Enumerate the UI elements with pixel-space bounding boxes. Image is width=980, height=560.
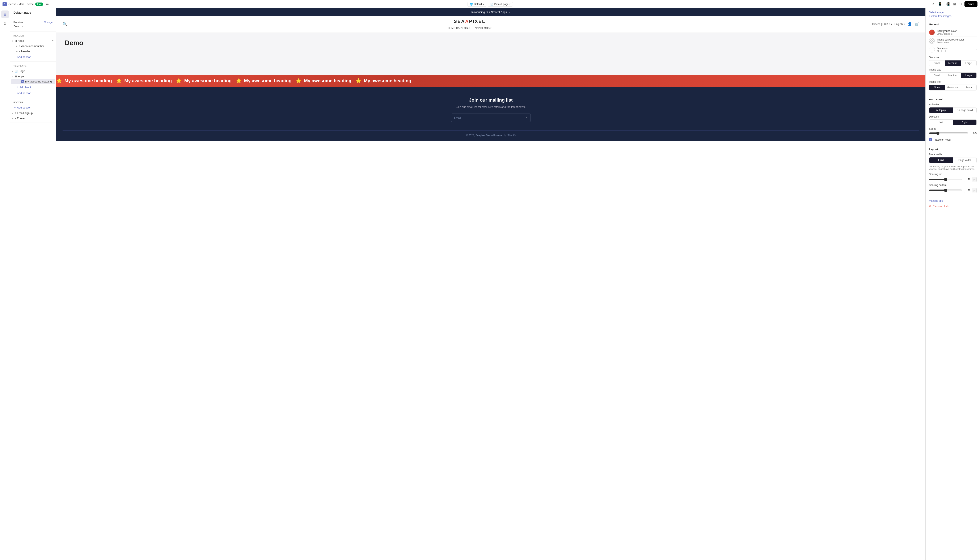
image-filter-grayscale[interactable]: Grayscale: [945, 85, 961, 90]
default-button[interactable]: 🌐 Default ▾: [468, 2, 486, 7]
sidebar-icon-theme[interactable]: ⚙: [1, 20, 9, 27]
image-bg-swatch[interactable]: [929, 38, 935, 44]
grid-icon[interactable]: ⊞: [952, 1, 957, 7]
marquee-item-2: ⭐ My awesome heading: [116, 78, 172, 83]
image-size-small[interactable]: Small: [929, 73, 945, 78]
animation-autoplay[interactable]: Autoplay: [929, 107, 953, 113]
search-icon-site[interactable]: 🔍: [63, 22, 67, 27]
chevron-lang-icon: ▾: [903, 23, 905, 26]
image-size-medium[interactable]: Medium: [945, 73, 961, 78]
chevron-icon-6: ▶: [12, 112, 13, 114]
direction-left[interactable]: Left: [929, 120, 953, 125]
star-icon-1: ⭐: [56, 78, 62, 83]
device-mobile-icon[interactable]: 📲: [945, 1, 951, 7]
spacing-top-value[interactable]: [964, 177, 972, 182]
image-size-label: Image size: [929, 68, 977, 71]
speed-slider[interactable]: [929, 132, 968, 135]
email-submit-button[interactable]: →: [521, 114, 530, 122]
sidebar-icon-apps[interactable]: ⊞: [1, 29, 9, 37]
tree-item-header[interactable]: ▶ ≡ Header: [10, 49, 56, 54]
select-image-link[interactable]: Select image: [929, 11, 977, 14]
animation-label: Animation: [929, 103, 977, 106]
image-size-section: Image size Small Medium Large: [929, 68, 977, 78]
tree-item-announcement[interactable]: ▶ ≡ Announcement bar: [10, 43, 56, 49]
header-center: SEAAPIXEL DEMO CATALOGUE APP DEMOS ▾: [448, 19, 492, 30]
default-page-button[interactable]: 📄 Default page ▾: [488, 2, 513, 7]
text-size-large[interactable]: Large: [961, 60, 977, 66]
language-selector[interactable]: English ▾: [895, 23, 905, 26]
background-color-swatch[interactable]: [929, 29, 935, 35]
undo-icon[interactable]: ↺: [958, 1, 963, 7]
sidebar-icon-sections[interactable]: ☰: [1, 10, 9, 18]
locale-selector[interactable]: Greece | EUR € ▾: [872, 23, 892, 26]
explore-link[interactable]: Explore free images: [929, 15, 952, 18]
direction-right[interactable]: Right: [953, 120, 977, 125]
tree-item-my-awesome-heading[interactable]: A My awesome heading: [11, 79, 55, 84]
add-block-link[interactable]: ＋ Add block: [10, 84, 56, 90]
demo-label: Demo: [13, 25, 20, 28]
demo-link[interactable]: Demo ↗: [10, 25, 56, 30]
layout-section: Layout Block width Fluid Page width Depe…: [926, 145, 980, 197]
spacing-bottom-value[interactable]: [964, 188, 972, 193]
device-desktop-icon[interactable]: 🖥: [930, 2, 935, 7]
block-width-page[interactable]: Page width: [953, 157, 977, 163]
pause-hover-checkbox[interactable]: [929, 138, 932, 141]
image-size-large[interactable]: Large: [961, 73, 977, 78]
email-input[interactable]: [451, 114, 521, 122]
my-awesome-heading-label: My awesome heading: [25, 80, 52, 83]
template-section: Template ▶ 📄 Page ▼ ⊞ Apps A My awesome …: [10, 62, 56, 98]
globe-icon: 🌐: [470, 3, 473, 6]
tree-item-apps-header[interactable]: ▶ ⊞ Apps 👁: [10, 38, 56, 43]
speed-section: Speed 0.5: [929, 127, 977, 135]
plus-icon: ＋: [13, 55, 16, 59]
tree-item-email-signup[interactable]: ▶ ≡ Email signup: [10, 110, 56, 116]
star-icon-5: ⭐: [296, 78, 302, 83]
image-filter-none[interactable]: None: [929, 85, 945, 90]
chevron-nav-icon: ▾: [490, 27, 492, 30]
header-label: Header: [21, 50, 30, 53]
spacing-top-slider[interactable]: [929, 178, 962, 181]
spacing-top-unit: px: [972, 177, 977, 182]
tree-item-footer[interactable]: ▶ ≡ Footer: [10, 116, 56, 121]
background-color-value: Linear gradient: [937, 33, 977, 35]
add-section-header-label: Add section: [17, 55, 31, 58]
add-section-template-link[interactable]: ＋ Add section: [10, 90, 56, 96]
nav-app-demos[interactable]: APP DEMOS ▾: [475, 27, 492, 30]
marquee-section: ⭐ My awesome heading ⭐ My awesome headin…: [56, 75, 925, 87]
change-link[interactable]: Change: [44, 21, 53, 24]
header-nav: DEMO CATALOGUE APP DEMOS ▾: [448, 27, 492, 30]
chevron-icon-3: ▶: [16, 50, 18, 52]
block-width-section: Block width Fluid Page width: [929, 153, 977, 163]
save-button[interactable]: Save: [965, 1, 977, 7]
chevron-icon: ▶: [12, 40, 13, 42]
text-size-btn-group: Small Medium Large: [929, 60, 977, 66]
nav-demo-catalogue[interactable]: DEMO CATALOGUE: [448, 27, 471, 30]
chevron-icon-2: ▶: [16, 45, 18, 47]
copy-icon[interactable]: ⧉: [975, 48, 977, 51]
block-width-fluid[interactable]: Fluid: [929, 157, 953, 163]
text-size-medium[interactable]: Medium: [945, 60, 961, 66]
device-tablet-icon[interactable]: 📱: [937, 1, 943, 7]
eye-icon[interactable]: 👁: [52, 39, 54, 42]
star-icon-4: ⭐: [236, 78, 242, 83]
cart-icon[interactable]: 🛒: [915, 22, 919, 27]
spacing-bottom-slider[interactable]: [929, 189, 962, 192]
manage-app-link[interactable]: Manage app: [926, 197, 980, 203]
add-section-header-link[interactable]: ＋ Add section: [10, 54, 56, 60]
animation-on-page-scroll[interactable]: On page scroll: [953, 107, 977, 113]
marquee-text-6: My awesome heading: [364, 78, 411, 83]
text-color-swatch[interactable]: [929, 47, 935, 52]
direction-btn-group: Left Right: [929, 120, 977, 125]
text-size-small[interactable]: Small: [929, 60, 945, 66]
add-section-footer-link[interactable]: ＋ Add section: [10, 105, 56, 110]
live-badge: Live: [35, 3, 43, 6]
more-menu-button[interactable]: •••: [45, 2, 50, 7]
template-section-title: Template: [10, 63, 56, 68]
remove-block-button[interactable]: 🗑 Remove block: [926, 203, 980, 210]
background-color-info: Background color Linear gradient: [937, 30, 977, 35]
image-filter-sepia[interactable]: Sepia: [961, 85, 977, 90]
tree-item-apps-template[interactable]: ▼ ⊞ Apps: [10, 74, 56, 79]
account-icon[interactable]: 👤: [907, 22, 912, 27]
marquee-text-4: My awesome heading: [244, 78, 292, 83]
tree-item-page[interactable]: ▶ 📄 Page: [10, 68, 56, 74]
